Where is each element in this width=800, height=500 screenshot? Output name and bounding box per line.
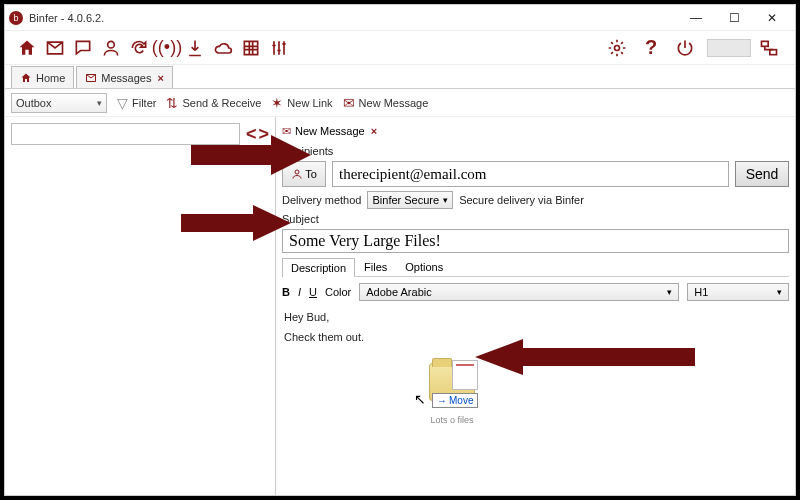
svg-point-1 xyxy=(615,45,620,50)
envelope-icon: ✉ xyxy=(282,125,291,138)
mailbox-select[interactable]: Outbox ▾ xyxy=(11,93,107,113)
tab-messages[interactable]: Messages × xyxy=(76,66,173,88)
sync-icon: ⇅ xyxy=(166,95,178,111)
compose-tab-label: New Message xyxy=(295,125,365,137)
italic-button[interactable]: I xyxy=(298,286,301,298)
network-icon[interactable] xyxy=(757,36,781,60)
delivery-desc: Secure delivery via Binfer xyxy=(459,194,584,206)
cloud-icon[interactable] xyxy=(211,36,235,60)
prev-button[interactable]: < xyxy=(246,124,257,145)
subtab-files[interactable]: Files xyxy=(355,257,396,276)
user-icon[interactable] xyxy=(99,36,123,60)
document-icon xyxy=(452,360,478,390)
cursor-icon: ↖ xyxy=(414,391,426,407)
chevron-down-icon: ▾ xyxy=(443,195,448,205)
help-icon[interactable]: ? xyxy=(639,36,663,60)
subject-input[interactable] xyxy=(282,229,789,253)
envelope-icon: ✉ xyxy=(343,95,355,111)
chevron-down-icon: ▾ xyxy=(667,287,672,297)
send-button[interactable]: Send xyxy=(735,161,789,187)
recipients-label: Recipients xyxy=(282,145,789,157)
status-slot xyxy=(707,39,751,57)
delivery-value: Binfer Secure xyxy=(372,194,439,206)
svg-point-0 xyxy=(108,41,115,48)
tuning-icon[interactable] xyxy=(267,36,291,60)
new-link-label: New Link xyxy=(287,97,332,109)
subtab-options[interactable]: Options xyxy=(396,257,452,276)
download-icon[interactable] xyxy=(183,36,207,60)
window-title: Binfer - 4.0.6.2. xyxy=(29,12,104,24)
svg-rect-2 xyxy=(762,41,769,46)
power-icon[interactable] xyxy=(673,36,697,60)
color-button[interactable]: Color xyxy=(325,286,351,298)
svg-point-4 xyxy=(295,170,299,174)
tooltip-text: Move xyxy=(449,395,473,406)
new-link-button[interactable]: ✶ New Link xyxy=(271,95,332,111)
mail-icon[interactable] xyxy=(43,36,67,60)
subtab-description[interactable]: Description xyxy=(282,258,355,277)
next-button[interactable]: > xyxy=(258,124,269,145)
drop-tooltip: → Move xyxy=(432,393,478,408)
recipients-input[interactable] xyxy=(332,161,729,187)
home-icon[interactable] xyxy=(15,36,39,60)
grid-icon[interactable] xyxy=(239,36,263,60)
chevron-down-icon: ▾ xyxy=(97,98,102,108)
font-select[interactable]: Adobe Arabic ▾ xyxy=(359,283,679,301)
body-line: Check them out. xyxy=(284,331,787,343)
new-message-button[interactable]: ✉ New Message xyxy=(343,95,429,111)
chat-icon[interactable] xyxy=(71,36,95,60)
close-icon[interactable]: × xyxy=(371,125,377,137)
link-icon: ✶ xyxy=(271,95,283,111)
funnel-icon: ▽ xyxy=(117,95,128,111)
tab-label: Messages xyxy=(101,72,151,84)
arrow-right-icon: → xyxy=(437,395,447,406)
message-editor[interactable]: Hey Bud, Check them out. ↖ → Move Lots o… xyxy=(282,307,789,489)
heading-select[interactable]: H1 ▾ xyxy=(687,283,789,301)
broadcast-icon[interactable]: ((•)) xyxy=(155,36,179,60)
new-message-label: New Message xyxy=(359,97,429,109)
to-button[interactable]: To xyxy=(282,161,326,187)
heading-value: H1 xyxy=(694,286,708,298)
settings-icon[interactable] xyxy=(605,36,629,60)
app-icon: b xyxy=(9,11,23,25)
search-input[interactable] xyxy=(11,123,240,145)
mailbox-value: Outbox xyxy=(16,97,51,109)
tab-label: Home xyxy=(36,72,65,84)
filter-button[interactable]: ▽ Filter xyxy=(117,95,156,111)
bold-button[interactable]: B xyxy=(282,286,290,298)
send-receive-label: Send & Receive xyxy=(182,97,261,109)
tab-close-icon[interactable]: × xyxy=(157,72,163,84)
dropped-folder[interactable]: ↖ → Move Lots o files xyxy=(422,363,482,425)
delivery-label: Delivery method xyxy=(282,194,361,206)
chevron-down-icon: ▾ xyxy=(777,287,782,297)
subject-label: Subject xyxy=(282,213,789,225)
app-version: 4.0.6.2. xyxy=(68,12,105,24)
app-name: Binfer xyxy=(29,12,58,24)
filter-label: Filter xyxy=(132,97,156,109)
folder-label: Lots o files xyxy=(422,415,482,425)
send-receive-button[interactable]: ⇅ Send & Receive xyxy=(166,95,261,111)
delivery-method-select[interactable]: Binfer Secure ▾ xyxy=(367,191,453,209)
minimize-button[interactable]: — xyxy=(685,9,707,27)
font-value: Adobe Arabic xyxy=(366,286,431,298)
underline-button[interactable]: U xyxy=(309,286,317,298)
tab-home[interactable]: Home xyxy=(11,66,74,88)
refresh-icon[interactable] xyxy=(127,36,151,60)
to-label: To xyxy=(305,168,317,180)
body-line: Hey Bud, xyxy=(284,311,787,323)
close-button[interactable]: ✕ xyxy=(761,9,783,27)
maximize-button[interactable]: ☐ xyxy=(723,9,745,27)
